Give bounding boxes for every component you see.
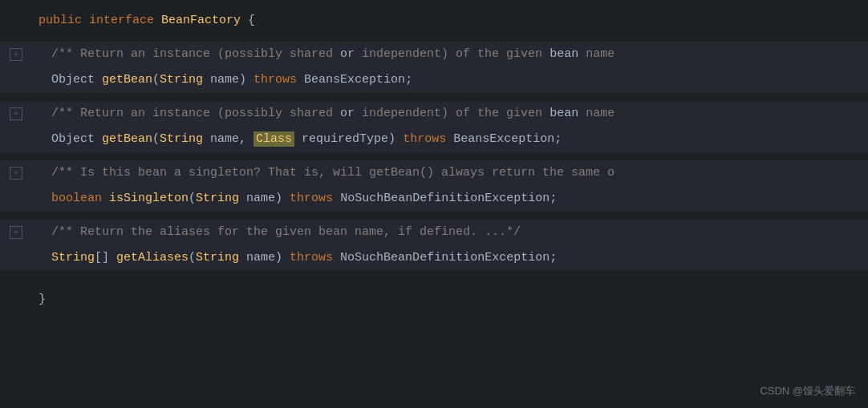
separator-6 bbox=[0, 279, 868, 287]
semi-1: ; bbox=[405, 73, 412, 87]
separator-1 bbox=[0, 34, 868, 42]
exception-4: NoSuchBeanDefinitionException bbox=[340, 251, 550, 265]
exception-3: NoSuchBeanDefinitionException bbox=[340, 192, 550, 205]
exception-2: BeansException bbox=[453, 132, 554, 146]
paren-3: ( bbox=[189, 192, 196, 205]
comment-content-1: /** Return an instance (possibly shared … bbox=[32, 43, 868, 66]
collapse-icon-1[interactable]: + bbox=[10, 48, 22, 61]
required-type-param: requiredType) bbox=[294, 132, 403, 146]
close-brace: } bbox=[39, 293, 46, 306]
keyword-throws-1: throws bbox=[254, 73, 304, 87]
keyword-public: public bbox=[39, 14, 89, 27]
gutter-g1c[interactable]: + bbox=[0, 48, 32, 61]
semi-4: ; bbox=[550, 251, 557, 265]
comment-line-3: + /** Is this bean a singleton? That is,… bbox=[0, 160, 868, 186]
keyword-interface: interface bbox=[89, 14, 161, 27]
method-group-4: + /** Return the aliases for the given b… bbox=[0, 220, 868, 271]
gutter-g3c[interactable]: + bbox=[0, 167, 32, 180]
javadoc-comment-4: /** Return the aliases for the given bea… bbox=[51, 225, 521, 239]
code-line-1: public interface BeanFactory { bbox=[0, 8, 868, 34]
method-group-2: + /** Return an instance (possibly share… bbox=[0, 101, 868, 152]
comment-line-1: + /** Return an instance (possibly share… bbox=[0, 42, 868, 67]
gutter-g2c[interactable]: + bbox=[0, 107, 32, 120]
closing-brace: } bbox=[32, 289, 868, 311]
param-name-3: name) bbox=[239, 192, 290, 205]
method-line-4: String[] getAliases(String name) throws … bbox=[0, 245, 868, 271]
separator-2 bbox=[0, 93, 868, 101]
separator-4 bbox=[0, 212, 868, 220]
javadoc-comment-3: /** Is this bean a singleton? That is, w… bbox=[51, 166, 614, 180]
paren-1: ( bbox=[152, 73, 160, 87]
semi-2: ; bbox=[554, 132, 562, 146]
code-editor: public interface BeanFactory { + /** Ret… bbox=[0, 0, 868, 408]
param-type-string-1: String bbox=[160, 73, 203, 87]
method-content-2: Object getBean(String name, Class requir… bbox=[32, 128, 868, 151]
closing-brace-line: } bbox=[0, 287, 868, 313]
comment-content-2: /** Return an instance (possibly shared … bbox=[32, 103, 868, 125]
param-name-4: name) bbox=[239, 251, 290, 265]
separator-3 bbox=[0, 152, 868, 160]
param-type-string-3: String bbox=[196, 192, 239, 205]
method-content-3: boolean isSingleton(String name) throws … bbox=[32, 188, 868, 210]
paren-2: ( bbox=[152, 132, 160, 146]
collapse-icon-4[interactable]: + bbox=[10, 226, 22, 239]
method-line-1: Object getBean(String name) throws Beans… bbox=[0, 67, 868, 93]
javadoc-comment-1: /** Return an instance (possibly shared … bbox=[51, 47, 614, 61]
javadoc-comment-2: /** Return an instance (possibly shared … bbox=[51, 107, 614, 120]
method-isSingleton: isSingleton bbox=[109, 192, 189, 205]
method-line-3: boolean isSingleton(String name) throws … bbox=[0, 186, 868, 212]
space-3 bbox=[102, 192, 109, 205]
param-name-2: name, bbox=[203, 132, 254, 146]
keyword-throws-4: throws bbox=[290, 251, 340, 265]
method-content-4: String[] getAliases(String name) throws … bbox=[32, 247, 868, 269]
open-brace: { bbox=[241, 14, 255, 27]
return-type-1: Object bbox=[51, 73, 102, 87]
exception-1: BeansException bbox=[304, 73, 405, 87]
paren-4: ( bbox=[189, 251, 196, 265]
code-content-1: public interface BeanFactory { bbox=[32, 10, 868, 32]
semi-3: ; bbox=[550, 192, 557, 205]
comment-content-4: /** Return the aliases for the given bea… bbox=[32, 221, 868, 244]
collapse-icon-2[interactable]: + bbox=[10, 107, 22, 120]
watermark: CSDN @馒头爱翻车 bbox=[760, 384, 855, 398]
method-content-1: Object getBean(String name) throws Beans… bbox=[32, 69, 868, 91]
method-group-3: + /** Is this bean a singleton? That is,… bbox=[0, 160, 868, 212]
comment-line-4: + /** Return the aliases for the given b… bbox=[0, 220, 868, 245]
method-group-1: + /** Return an instance (possibly share… bbox=[0, 42, 868, 93]
method-getBean-1: getBean bbox=[102, 73, 152, 87]
method-getBean-2: getBean bbox=[102, 132, 152, 146]
comment-line-2: + /** Return an instance (possibly share… bbox=[0, 101, 868, 127]
method-getAliases: getAliases bbox=[116, 251, 189, 265]
param-name-1: name) bbox=[203, 73, 254, 87]
array-brackets: [] bbox=[95, 251, 116, 265]
class-BeanFactory: BeanFactory bbox=[161, 14, 241, 27]
return-type-boolean: boolean bbox=[51, 192, 102, 205]
return-type-string: String bbox=[51, 251, 95, 265]
keyword-throws-2: throws bbox=[403, 132, 453, 146]
keyword-throws-3: throws bbox=[290, 192, 340, 205]
gutter-g4c[interactable]: + bbox=[0, 226, 32, 239]
param-type-string-4: String bbox=[196, 251, 239, 265]
method-line-2: Object getBean(String name, Class requir… bbox=[0, 127, 868, 152]
separator-5 bbox=[0, 271, 868, 279]
param-type-string-2: String bbox=[160, 132, 203, 146]
watermark-text: CSDN @馒头爱翻车 bbox=[760, 385, 855, 397]
return-type-2: Object bbox=[51, 132, 102, 146]
comment-content-3: /** Is this bean a singleton? That is, w… bbox=[32, 162, 868, 184]
collapse-icon-3[interactable]: + bbox=[10, 167, 22, 180]
param-type-class: Class bbox=[254, 131, 294, 147]
